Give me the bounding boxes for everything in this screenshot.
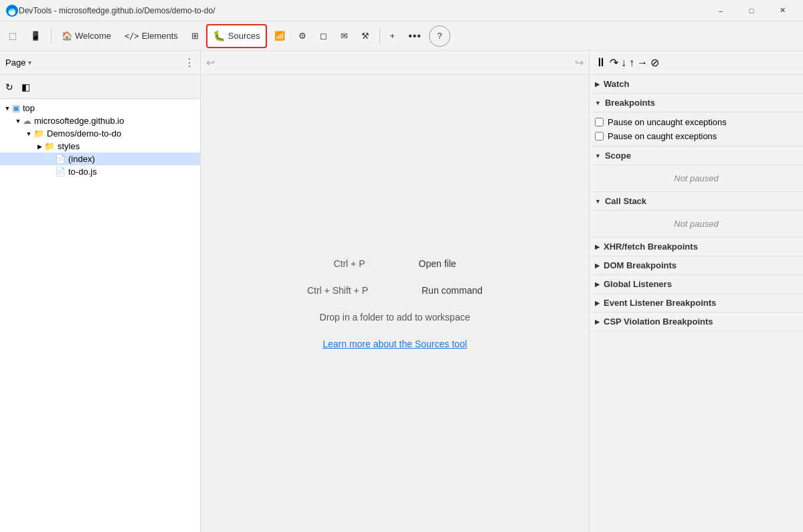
step-over-icon[interactable]: ↷	[610, 56, 618, 69]
learn-more-link[interactable]: Learn more about the Sources tool	[323, 339, 467, 349]
sources-button[interactable]: 🐛 Sources	[206, 24, 267, 48]
file-tree: ▼ ▣ top ▼ ☁ microsoftedge.github.io ▼ 📁 …	[0, 99, 200, 532]
collapse-all-icon[interactable]: ◧	[21, 82, 30, 92]
maximize-button[interactable]: □	[736, 0, 767, 21]
add-tab-button[interactable]: +	[384, 24, 402, 48]
tree-item-styles[interactable]: ▶ 📁 styles	[0, 140, 200, 153]
inspect-button[interactable]: ⬚	[3, 24, 23, 48]
more-tools-icon: ⚒	[361, 31, 369, 41]
call-stack-not-paused: Not paused	[595, 213, 798, 234]
csp-section-header[interactable]: ▶ CSP Violation Breakpoints	[590, 313, 803, 331]
toggle-icon: ▶	[35, 143, 44, 150]
scope-section-content: Not paused	[590, 165, 803, 192]
customize-button[interactable]: •••	[402, 24, 428, 48]
folder-icon: ▣	[12, 103, 20, 113]
tree-item-index[interactable]: 📄 (index)	[0, 153, 200, 165]
tree-label: to-do.js	[68, 167, 97, 177]
pause-uncaught-row[interactable]: Pause on uncaught exceptions	[595, 115, 798, 129]
performance-button[interactable]: ⚙	[292, 24, 313, 48]
step-out-icon[interactable]: ↑	[629, 57, 634, 69]
help-button[interactable]: ?	[429, 25, 450, 47]
xhr-section-header[interactable]: ▶ XHR/fetch Breakpoints	[590, 238, 803, 256]
right-toolbar: ⏸ ↷ ↓ ↑ → ⊘	[590, 51, 803, 75]
more-tools-button[interactable]: ⚒	[355, 24, 375, 48]
xhr-label: XHR/fetch Breakpoints	[604, 242, 698, 252]
minimize-button[interactable]: –	[705, 0, 736, 21]
csp-label: CSP Violation Breakpoints	[604, 317, 713, 327]
help-icon: ?	[437, 31, 442, 41]
dom-arrow-icon: ▶	[595, 262, 600, 269]
tree-item-microsoftedge[interactable]: ▼ ☁ microsoftedge.github.io	[0, 114, 200, 127]
breakpoints-section-header[interactable]: ▼ Breakpoints	[590, 94, 803, 112]
console-button[interactable]: ⊞	[185, 24, 205, 48]
device-emulation-button[interactable]: 📱	[24, 24, 47, 48]
panel-menu-icon[interactable]: ⋮	[184, 56, 195, 69]
scope-arrow-icon: ▼	[595, 153, 601, 159]
sync-filesystem-icon[interactable]: ↻	[5, 82, 13, 92]
toolbar-separator-2	[379, 28, 380, 44]
center-toolbar: ↩ ↪	[201, 51, 589, 75]
console-icon: ⊞	[191, 31, 199, 41]
pause-script-icon[interactable]: ⏸	[595, 56, 607, 70]
pause-uncaught-checkbox[interactable]	[595, 118, 604, 126]
center-content: Ctrl + P Open file Ctrl + Shift + P Run …	[201, 75, 589, 532]
tree-label: (index)	[68, 154, 95, 164]
go-forward-icon[interactable]: ↪	[575, 56, 584, 69]
event-arrow-icon: ▶	[595, 300, 600, 306]
scope-not-paused: Not paused	[595, 168, 798, 189]
close-button[interactable]: ✕	[767, 0, 798, 21]
memory-button[interactable]: ✉	[335, 24, 354, 48]
window-controls: – □ ✕	[705, 0, 798, 21]
main-layout: Page ▾ ⋮ ↻ ◧ ▼ ▣ top ▼ ☁ microsoftedge.g…	[0, 51, 803, 532]
window-title: DevTools - microsoftedge.github.io/Demos…	[19, 6, 705, 15]
pause-caught-checkbox[interactable]	[595, 132, 604, 141]
watch-arrow-icon: ▶	[595, 81, 600, 88]
left-panel-toolbar: ↻ ◧	[0, 75, 200, 99]
watch-section-header[interactable]: ▶ Watch	[590, 75, 803, 94]
performance-icon: ⚙	[298, 31, 306, 41]
tree-item-todo[interactable]: 📄 to-do.js	[0, 165, 200, 178]
call-stack-section-header[interactable]: ▼ Call Stack	[590, 192, 803, 211]
panel-dropdown-icon[interactable]: ▾	[28, 59, 31, 66]
run-command-label: Run command	[422, 285, 482, 296]
global-section-header[interactable]: ▶ Global Listeners	[590, 275, 803, 294]
call-stack-label: Call Stack	[605, 196, 646, 206]
run-command-key: Ctrl + Shift + P	[307, 285, 368, 296]
open-file-key: Ctrl + P	[333, 258, 365, 269]
edge-logo-icon	[5, 4, 19, 17]
tree-label: Demos/demo-to-do	[47, 128, 121, 139]
workspace-text: Drop in a folder to add to workspace	[320, 312, 470, 323]
welcome-label: Welcome	[75, 31, 111, 41]
dom-section-header[interactable]: ▶ DOM Breakpoints	[590, 256, 803, 275]
scope-section-header[interactable]: ▼ Scope	[590, 147, 803, 165]
tree-item-top[interactable]: ▼ ▣ top	[0, 102, 200, 114]
call-stack-arrow-icon: ▼	[595, 198, 601, 205]
sources-icon: 🐛	[213, 30, 226, 42]
watch-label: Watch	[604, 79, 630, 89]
tree-item-demos[interactable]: ▼ 📁 Demos/demo-to-do	[0, 127, 200, 140]
add-icon: +	[390, 31, 395, 41]
global-arrow-icon: ▶	[595, 281, 600, 288]
pause-caught-row[interactable]: Pause on caught exceptions	[595, 129, 798, 143]
welcome-button[interactable]: 🏠 Welcome	[56, 24, 117, 48]
deactivate-breakpoints-icon[interactable]: ⊘	[650, 56, 659, 69]
application-button[interactable]: ◻	[314, 24, 333, 48]
folder-icon: 📁	[33, 128, 44, 139]
breakpoints-label: Breakpoints	[605, 98, 655, 108]
step-icon[interactable]: →	[637, 57, 648, 69]
event-section-header[interactable]: ▶ Event Listener Breakpoints	[590, 294, 803, 313]
network-button[interactable]: 📶	[268, 24, 291, 48]
toolbar-separator	[51, 28, 52, 44]
title-bar: DevTools - microsoftedge.github.io/Demos…	[0, 0, 803, 21]
breakpoints-arrow-icon: ▼	[595, 100, 601, 106]
shortcut-open-file: Ctrl + P Open file	[333, 258, 456, 269]
folder-icon: 📁	[44, 141, 55, 151]
toggle-icon: ▼	[13, 118, 23, 124]
shortcut-run-command: Ctrl + Shift + P Run command	[307, 285, 482, 296]
html-file-icon: 📄	[55, 154, 66, 164]
elements-button[interactable]: </> Elements	[118, 24, 184, 48]
go-back-icon[interactable]: ↩	[206, 56, 215, 69]
left-panel: Page ▾ ⋮ ↻ ◧ ▼ ▣ top ▼ ☁ microsoftedge.g…	[0, 51, 201, 532]
left-panel-header: Page ▾ ⋮	[0, 51, 200, 75]
step-into-icon[interactable]: ↓	[621, 57, 626, 69]
